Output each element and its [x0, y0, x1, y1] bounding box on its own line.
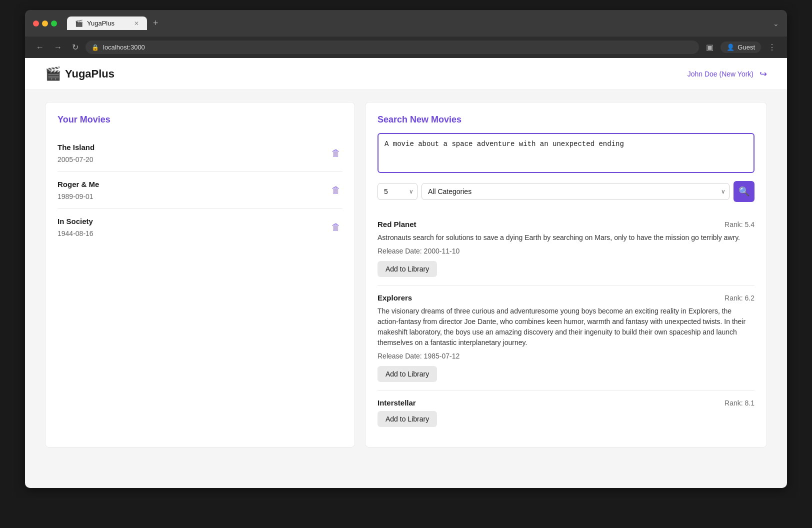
- result-header: Interstellar Rank: 8.1: [378, 398, 754, 407]
- search-button[interactable]: 🔍: [734, 181, 754, 202]
- logo-text: YugaPlus: [65, 68, 114, 80]
- result-rank: Rank: 6.2: [724, 294, 754, 302]
- guest-button[interactable]: 👤 Guest: [720, 42, 761, 53]
- search-panel: Search New Movies 123451020 All Categori…: [365, 102, 767, 448]
- user-menu[interactable]: John Doe (New York) ↪: [688, 68, 767, 80]
- browser-toolbar: ← → ↻ 🔒 localhost:3000 ▣ 👤 Guest ⋮: [25, 36, 787, 58]
- result-rank: Rank: 8.1: [724, 399, 754, 407]
- result-description: The visionary dreams of three curious an…: [378, 306, 754, 348]
- minimize-button[interactable]: [42, 20, 48, 26]
- menu-button[interactable]: ⋮: [765, 40, 779, 54]
- app-header: 🎬 YugaPlus John Doe (New York) ↪: [25, 58, 787, 90]
- result-item: Red Planet Rank: 5.4 Astronauts search f…: [378, 212, 754, 286]
- delete-button[interactable]: 🗑: [330, 146, 342, 160]
- movie-title: In Society: [58, 217, 94, 226]
- back-button[interactable]: ←: [33, 41, 47, 54]
- user-label: John Doe (New York): [688, 70, 754, 78]
- movie-list: The Island 2005-07-20 🗑 Roger & Me 1989-…: [58, 135, 342, 246]
- result-title: Interstellar: [378, 398, 416, 407]
- active-tab[interactable]: 🎬 YugaPlus ✕: [67, 16, 147, 30]
- address-text: localhost:3000: [103, 44, 145, 51]
- your-movies-title: Your Movies: [58, 114, 342, 125]
- tabs-dropdown[interactable]: ⌄: [773, 20, 779, 28]
- tab-favicon: 🎬: [75, 20, 83, 27]
- extensions-button[interactable]: ▣: [703, 40, 716, 54]
- result-header: Explorers Rank: 6.2: [378, 294, 754, 302]
- forward-button[interactable]: →: [51, 41, 65, 54]
- address-bar[interactable]: 🔒 localhost:3000: [86, 40, 699, 54]
- maximize-button[interactable]: [51, 20, 57, 26]
- search-input[interactable]: [378, 133, 754, 173]
- movie-date: 2005-07-20: [58, 156, 94, 164]
- result-header: Red Planet Rank: 5.4: [378, 220, 754, 228]
- movie-title: The Island: [58, 143, 94, 152]
- logo-icon: 🎬: [45, 66, 61, 82]
- logout-icon[interactable]: ↪: [760, 68, 767, 80]
- delete-button[interactable]: 🗑: [330, 220, 342, 234]
- count-select-wrapper: 123451020: [378, 183, 418, 200]
- movie-info: Roger & Me 1989-09-01: [58, 180, 99, 200]
- delete-button[interactable]: 🗑: [330, 183, 342, 198]
- refresh-button[interactable]: ↻: [69, 40, 82, 54]
- guest-label: Guest: [738, 44, 755, 51]
- movie-date: 1944-08-16: [58, 230, 94, 238]
- result-title: Red Planet: [378, 220, 416, 228]
- movie-date: 1989-09-01: [58, 192, 99, 200]
- add-tab-button[interactable]: +: [149, 16, 162, 30]
- result-rank: Rank: 5.4: [724, 220, 754, 228]
- app-logo: 🎬 YugaPlus: [45, 66, 114, 82]
- search-controls: 123451020 All CategoriesActionDramaComed…: [378, 181, 754, 202]
- guest-icon: 👤: [726, 44, 734, 51]
- browser-actions: ▣ 👤 Guest ⋮: [703, 40, 779, 54]
- result-description: Astronauts search for solutions to save …: [378, 232, 754, 243]
- close-button[interactable]: [33, 20, 39, 26]
- category-select-wrapper: All CategoriesActionDramaComedySci-FiHor…: [422, 183, 730, 200]
- tab-label: YugaPlus: [87, 20, 114, 27]
- search-icon: 🔍: [738, 186, 750, 197]
- result-release-date: Release Date: 1985-07-12: [378, 352, 754, 360]
- add-to-library-button[interactable]: Add to Library: [378, 411, 437, 427]
- result-item: Explorers Rank: 6.2 The visionary dreams…: [378, 286, 754, 390]
- browser-tabs: 🎬 YugaPlus ✕ +: [67, 16, 767, 30]
- movie-item: Roger & Me 1989-09-01 🗑: [58, 172, 342, 209]
- tab-close-button[interactable]: ✕: [134, 20, 139, 27]
- category-select[interactable]: All CategoriesActionDramaComedySci-FiHor…: [422, 183, 730, 200]
- add-to-library-button[interactable]: Add to Library: [378, 366, 437, 382]
- your-movies-panel: Your Movies The Island 2005-07-20 🗑 Roge…: [45, 102, 355, 448]
- add-to-library-button[interactable]: Add to Library: [378, 261, 437, 277]
- movie-info: In Society 1944-08-16: [58, 217, 94, 238]
- search-title: Search New Movies: [378, 114, 754, 125]
- count-select[interactable]: 123451020: [378, 183, 418, 200]
- result-release-date: Release Date: 2000-11-10: [378, 247, 754, 255]
- results-list: Red Planet Rank: 5.4 Astronauts search f…: [378, 212, 754, 435]
- result-title: Explorers: [378, 294, 412, 302]
- traffic-lights: [33, 20, 57, 26]
- movie-title: Roger & Me: [58, 180, 99, 188]
- movie-item: In Society 1944-08-16 🗑: [58, 209, 342, 246]
- movie-item: The Island 2005-07-20 🗑: [58, 135, 342, 172]
- result-item: Interstellar Rank: 8.1 Add to Library: [378, 390, 754, 435]
- main-content: Your Movies The Island 2005-07-20 🗑 Roge…: [25, 90, 787, 460]
- lock-icon: 🔒: [92, 44, 99, 51]
- movie-info: The Island 2005-07-20: [58, 143, 94, 164]
